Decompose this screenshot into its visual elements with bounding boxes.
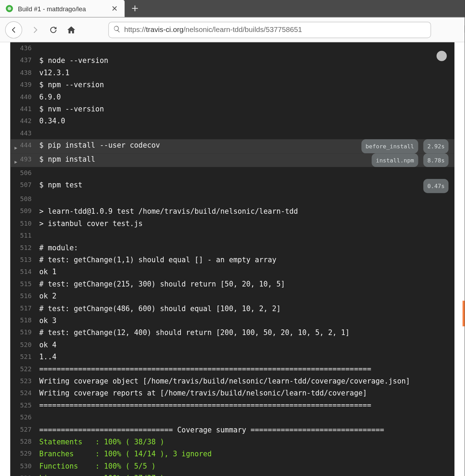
log-line: 527=============================== Cover… [10, 424, 454, 436]
log-line: 531Lines : 100% ( 37/37 ) [10, 472, 454, 476]
line-number: 440 [20, 91, 39, 103]
log-line: 508 [10, 193, 454, 205]
log-line: 443 [10, 127, 454, 140]
browser-tab[interactable]: Build #1 - mattdrago/lea ✕ [0, 0, 125, 17]
page-body: 436437$ node --version438v12.3.1439$ npm… [0, 42, 465, 476]
log-line: 5211..4 [10, 351, 454, 363]
log-line: 523Writing coverage object [/home/travis… [10, 375, 454, 387]
line-content: ok 1 [39, 266, 448, 278]
line-content: > learn-tdd@1.0.9 test /home/travis/buil… [39, 205, 448, 218]
line-number: 523 [20, 375, 39, 387]
line-number: 514 [20, 266, 39, 278]
line-number: 493 [20, 153, 39, 166]
line-number: 524 [20, 387, 39, 399]
log-line: 439$ npm --version [10, 79, 454, 91]
line-content: > istanbul cover test.js [39, 217, 448, 230]
log-line: 509> learn-tdd@1.0.9 test /home/travis/b… [10, 205, 454, 218]
log-line: 525=====================================… [10, 399, 454, 412]
line-content: $ node --version [39, 54, 448, 67]
home-button[interactable] [67, 25, 76, 34]
line-number: 510 [20, 217, 39, 230]
line-content: $ pip install --user codecov [39, 139, 358, 152]
line-number: 520 [20, 339, 39, 351]
browser-chrome: Build #1 - mattdrago/lea ✕ + htt [0, 0, 465, 42]
line-content: $ npm --version [39, 79, 448, 91]
nav-buttons [5, 21, 76, 38]
favicon-icon [5, 4, 14, 13]
close-icon[interactable]: ✕ [110, 4, 119, 13]
log-line: 514ok 1 [10, 266, 454, 278]
log-line: 437$ node --version [10, 54, 454, 67]
line-number: 438 [20, 66, 39, 79]
new-tab-button[interactable]: + [125, 0, 145, 17]
line-content: 0.34.0 [39, 115, 448, 127]
url-text: https://travis-ci.org/nelsonic/learn-tdd… [124, 25, 302, 34]
log-line: 507$ npm test0.47s [10, 179, 454, 193]
duration-badge: 0.47s [424, 179, 448, 193]
line-content: $ nvm --version [39, 103, 448, 115]
log-fold-line[interactable]: ▶493$ npm installinstall.npm8.78s [10, 153, 454, 167]
line-content: 6.9.0 [39, 91, 448, 103]
line-number: 528 [20, 436, 39, 448]
search-icon [113, 25, 124, 34]
line-content: # test: getChange(12, 400) should return… [39, 327, 448, 339]
line-content: # test: getChange(1,1) should equal [] -… [39, 254, 448, 266]
log-line: 436 [10, 42, 454, 54]
line-number: 509 [20, 205, 39, 218]
line-content: =============================== Coverage… [39, 424, 448, 436]
fold-arrow-icon[interactable]: ▶ [14, 156, 17, 168]
log-line: 438v12.3.1 [10, 66, 454, 79]
fold-arrow-icon[interactable]: ▶ [14, 142, 17, 155]
log-line: 516ok 2 [10, 290, 454, 302]
line-badges: 0.47s [418, 179, 448, 193]
line-content: 1..4 [39, 351, 448, 363]
line-content: ========================================… [39, 363, 448, 375]
line-number: 511 [20, 230, 39, 242]
line-number: 515 [20, 278, 39, 290]
log-line: 522=====================================… [10, 363, 454, 375]
line-number: 444 [20, 139, 39, 152]
line-number: 525 [20, 399, 39, 412]
log-line: 524Writing coverage reports at [/home/tr… [10, 387, 454, 399]
log-panel: 436437$ node --version438v12.3.1439$ npm… [10, 42, 454, 476]
address-bar[interactable]: https://travis-ci.org/nelsonic/learn-tdd… [109, 21, 431, 38]
tab-title: Build #1 - mattdrago/lea [18, 5, 105, 12]
log-line: 511 [10, 230, 454, 242]
line-number: 508 [20, 193, 39, 205]
line-content: ok 4 [39, 339, 448, 351]
line-content: # test: getChange(215, 300) should retur… [39, 278, 448, 290]
log-line: 528Statements : 100% ( 38/38 ) [10, 436, 454, 448]
log-fold-line[interactable]: ▶444$ pip install --user codecovbefore_i… [10, 139, 454, 153]
line-content: Functions : 100% ( 5/5 ) [39, 460, 448, 472]
line-content: ok 2 [39, 290, 448, 302]
line-number: 443 [20, 127, 39, 140]
tab-bar: Build #1 - mattdrago/lea ✕ + [0, 0, 465, 18]
library-icon[interactable] [463, 24, 465, 36]
log-line: 529Branches : 100% ( 14/14 ), 3 ignored [10, 448, 454, 460]
toolbar-right [463, 24, 465, 36]
line-content: # module: [39, 242, 448, 254]
forward-button[interactable] [31, 25, 40, 34]
reload-button[interactable] [49, 25, 58, 34]
log-line: 4406.9.0 [10, 91, 454, 103]
phase-badge: before_install [361, 139, 419, 153]
line-number: 436 [20, 42, 39, 54]
svg-point-1 [8, 7, 11, 10]
line-number: 531 [20, 472, 39, 476]
line-content: Lines : 100% ( 37/37 ) [39, 472, 448, 476]
line-content: Writing coverage object [/home/travis/bu… [39, 375, 448, 387]
line-number: 437 [20, 54, 39, 67]
scroll-indicator [463, 301, 465, 326]
log-line: 515# test: getChange(215, 300) should re… [10, 278, 454, 290]
line-content: ok 3 [39, 314, 448, 327]
log-line: 506 [10, 167, 454, 179]
line-number: 512 [20, 242, 39, 254]
line-number: 518 [20, 314, 39, 327]
line-content: Writing coverage reports at [/home/travi… [39, 387, 448, 399]
line-number: 516 [20, 290, 39, 302]
back-button[interactable] [5, 21, 22, 38]
line-number: 527 [20, 424, 39, 436]
address-bar-row: https://travis-ci.org/nelsonic/learn-tdd… [0, 18, 465, 42]
line-number: 529 [20, 448, 39, 460]
line-badges: install.npm8.78s [368, 153, 448, 167]
